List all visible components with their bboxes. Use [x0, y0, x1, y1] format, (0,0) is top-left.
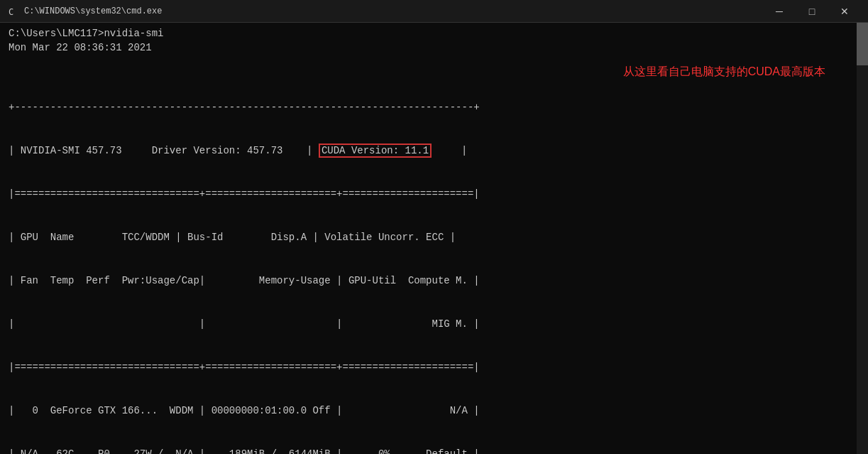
timestamp-line: Mon Mar 22 08:36:31 2021: [9, 41, 859, 55]
scrollbar[interactable]: [857, 23, 868, 454]
smi-div-top: +---------------------------------------…: [9, 100, 859, 114]
smi-gpu-row1: | 0 GeForce GTX 166... WDDM | 00000000:0…: [9, 404, 859, 418]
smi-gpu-row2: | N/A 62C P0 27W / N/A | 189MiB / 6144Mi…: [9, 447, 859, 455]
window-controls: ─ □ ✕: [763, 0, 861, 23]
maximize-button[interactable]: □: [796, 0, 828, 23]
titlebar: C C:\WINDOWS\system32\cmd.exe ─ □ ✕: [0, 0, 868, 23]
smi-col-header1: | GPU Name TCC/WDDM | Bus-Id Disp.A | Vo…: [9, 230, 859, 244]
smi-col-header2: | Fan Temp Perf Pwr:Usage/Cap| Memory-Us…: [9, 274, 859, 288]
smi-col-header3: | | | MIG M. |: [9, 317, 859, 331]
smi-header-row1: | NVIDIA-SMI 457.73 Driver Version: 457.…: [9, 144, 859, 158]
terminal-window: 从这里看自己电脑支持的CUDA最高版本 C:\Users\LMC117>nvid…: [0, 23, 868, 454]
smi-div3: |===============================+=======…: [9, 360, 859, 374]
smi-table: +---------------------------------------…: [9, 72, 859, 454]
cuda-annotation: 从这里看自己电脑支持的CUDA最高版本: [623, 64, 825, 80]
close-button[interactable]: ✕: [828, 0, 861, 23]
command-line: C:\Users\LMC117>nvidia-smi: [9, 27, 859, 41]
minimize-button[interactable]: ─: [763, 0, 796, 23]
window-title: C:\WINDOWS\system32\cmd.exe: [24, 6, 763, 16]
app-icon: C: [7, 6, 18, 17]
svg-text:C: C: [9, 7, 13, 17]
smi-div2: |===============================+=======…: [9, 187, 859, 201]
scrollbar-thumb[interactable]: [857, 23, 868, 65]
